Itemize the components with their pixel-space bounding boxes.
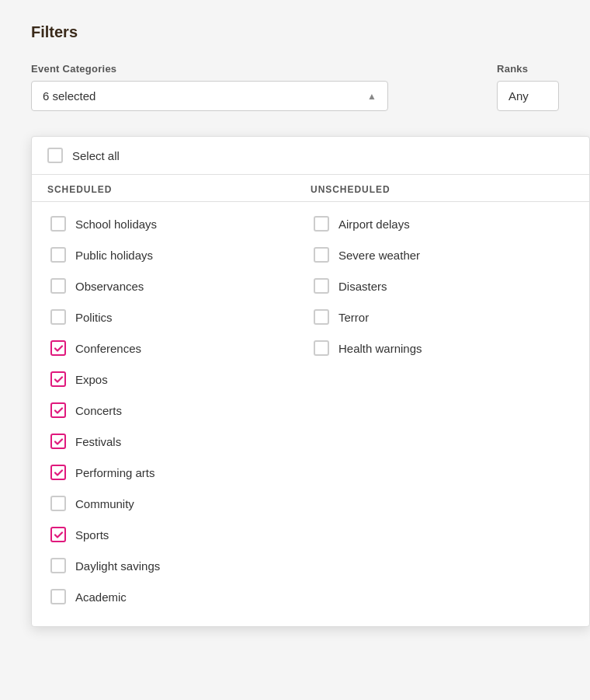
checkbox-item-performing-arts[interactable]: Performing arts — [47, 458, 311, 486]
checkbox-item-concerts[interactable]: Concerts — [47, 396, 311, 424]
unscheduled-header: UNSCHEDULED — [311, 184, 574, 195]
label-concerts: Concerts — [75, 404, 122, 417]
checkbox-disasters[interactable] — [314, 278, 329, 294]
select-all-checkbox[interactable] — [47, 148, 63, 163]
checkbox-festivals[interactable] — [50, 434, 66, 449]
chevron-up-icon: ▲ — [367, 91, 377, 102]
columns-header: SCHEDULED UNSCHEDULED — [32, 175, 589, 202]
label-sports: Sports — [75, 528, 109, 542]
select-all-label: Select all — [72, 149, 120, 162]
label-festivals: Festivals — [75, 435, 121, 448]
label-community: Community — [75, 497, 134, 510]
dropdown-panel: Select all SCHEDULED UNSCHEDULED School … — [31, 136, 590, 627]
checkbox-item-conferences[interactable]: Conferences — [47, 334, 311, 362]
filters-row: Event Categories 6 selected ▲ Ranks Any — [31, 63, 559, 111]
label-school-holidays: School holidays — [75, 218, 157, 231]
label-performing-arts: Performing arts — [75, 466, 155, 479]
checkbox-item-academic[interactable]: Academic — [47, 583, 311, 611]
checkbox-item-school-holidays[interactable]: School holidays — [47, 210, 311, 238]
checkbox-item-public-holidays[interactable]: Public holidays — [47, 241, 311, 269]
label-severe-weather: Severe weather — [338, 249, 420, 262]
label-academic: Academic — [75, 590, 127, 604]
checkbox-sports[interactable] — [50, 527, 66, 542]
checkbox-item-observances[interactable]: Observances — [47, 272, 311, 300]
page-title: Filters — [31, 23, 559, 41]
checkbox-item-daylight-savings[interactable]: Daylight savings — [47, 552, 311, 580]
checkbox-daylight-savings[interactable] — [50, 558, 66, 573]
checkbox-item-expos[interactable]: Expos — [47, 365, 311, 393]
checkbox-item-terror[interactable]: Terror — [311, 303, 574, 331]
checkbox-expos[interactable] — [50, 371, 66, 387]
label-daylight-savings: Daylight savings — [75, 559, 160, 573]
checkbox-academic[interactable] — [50, 589, 66, 604]
label-observances: Observances — [75, 280, 144, 293]
label-airport-delays: Airport delays — [338, 218, 410, 231]
checkbox-politics[interactable] — [50, 309, 66, 325]
items-container: School holidaysPublic holidaysObservance… — [32, 202, 589, 626]
label-disasters: Disasters — [338, 280, 387, 293]
event-categories-label: Event Categories — [31, 63, 484, 75]
checkbox-health-warnings[interactable] — [314, 340, 329, 356]
checkbox-item-severe-weather[interactable]: Severe weather — [311, 241, 574, 269]
ranks-section: Ranks Any — [497, 63, 559, 111]
scheduled-header: SCHEDULED — [47, 184, 311, 195]
checkbox-performing-arts[interactable] — [50, 465, 66, 480]
checkbox-observances[interactable] — [50, 278, 66, 294]
checkbox-item-health-warnings[interactable]: Health warnings — [311, 334, 574, 362]
checkbox-airport-delays[interactable] — [314, 216, 329, 232]
scheduled-col: School holidaysPublic holidaysObservance… — [47, 210, 311, 611]
checkbox-severe-weather[interactable] — [314, 247, 329, 263]
checkbox-item-disasters[interactable]: Disasters — [311, 272, 574, 300]
label-politics: Politics — [75, 311, 113, 324]
ranks-select[interactable]: Any — [497, 81, 559, 111]
unscheduled-col: Airport delaysSevere weatherDisastersTer… — [311, 210, 574, 611]
select-all-row[interactable]: Select all — [32, 137, 589, 175]
checkbox-concerts[interactable] — [50, 402, 66, 418]
checkbox-community[interactable] — [50, 496, 66, 511]
ranks-label: Ranks — [497, 63, 559, 75]
selected-value: 6 selected — [43, 89, 95, 103]
checkbox-item-festivals[interactable]: Festivals — [47, 427, 311, 455]
page-container: Filters Event Categories 6 selected ▲ Ra… — [0, 0, 590, 134]
checkbox-school-holidays[interactable] — [50, 216, 66, 232]
event-categories-select[interactable]: 6 selected ▲ — [31, 81, 388, 111]
checkbox-item-politics[interactable]: Politics — [47, 303, 311, 331]
label-conferences: Conferences — [75, 342, 141, 355]
ranks-value: Any — [508, 89, 529, 103]
label-terror: Terror — [338, 311, 369, 324]
label-public-holidays: Public holidays — [75, 249, 153, 262]
checkbox-conferences[interactable] — [50, 340, 66, 356]
checkbox-public-holidays[interactable] — [50, 247, 66, 263]
checkbox-terror[interactable] — [314, 309, 329, 325]
checkbox-item-airport-delays[interactable]: Airport delays — [311, 210, 574, 238]
event-categories-section: Event Categories 6 selected ▲ — [31, 63, 484, 111]
label-health-warnings: Health warnings — [338, 342, 422, 355]
label-expos: Expos — [75, 373, 108, 386]
checkbox-item-sports[interactable]: Sports — [47, 521, 311, 549]
checkbox-item-community[interactable]: Community — [47, 489, 311, 517]
